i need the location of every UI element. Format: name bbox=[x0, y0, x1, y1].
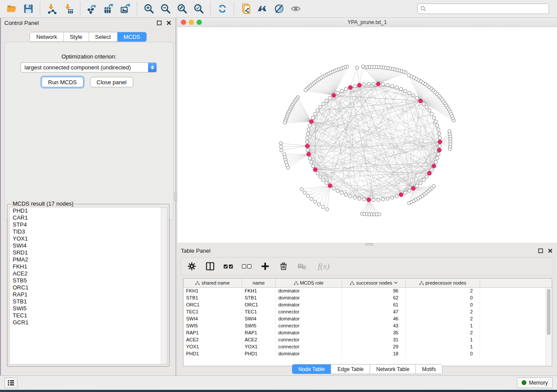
table-cell[interactable]: 62 bbox=[342, 295, 406, 302]
table-cell[interactable]: STB1 bbox=[183, 295, 242, 302]
mcds-result-item[interactable]: PHD1 bbox=[10, 207, 167, 214]
table-cell[interactable]: TEC1 bbox=[183, 309, 242, 316]
mcds-result-item[interactable]: TEC1 bbox=[10, 312, 167, 319]
network-node[interactable] bbox=[430, 112, 434, 116]
network-node[interactable] bbox=[422, 102, 426, 106]
table-cell[interactable]: 2 bbox=[406, 288, 480, 295]
tab-style[interactable]: Style bbox=[64, 32, 89, 41]
table-row[interactable]: RAP1RAP1dominator352 bbox=[183, 330, 552, 337]
network-node[interactable] bbox=[438, 132, 441, 135]
network-mcds-node[interactable] bbox=[309, 120, 313, 124]
network-mcds-node[interactable] bbox=[438, 140, 442, 144]
table-cell[interactable]: RAP1 bbox=[183, 330, 242, 337]
column-header[interactable]: name bbox=[242, 279, 276, 287]
table-cell[interactable]: dominator bbox=[276, 316, 342, 323]
table-cell[interactable]: ORC1 bbox=[183, 302, 242, 309]
network-node[interactable] bbox=[386, 83, 389, 87]
network-node[interactable] bbox=[404, 89, 407, 93]
network-mcds-node[interactable] bbox=[432, 164, 436, 168]
search-input[interactable] bbox=[426, 5, 546, 12]
network-node[interactable] bbox=[436, 157, 439, 160]
network-node[interactable] bbox=[316, 172, 319, 175]
network-node[interactable] bbox=[395, 86, 398, 89]
table-cell[interactable]: 2 bbox=[406, 309, 480, 316]
tab-network[interactable]: Network bbox=[30, 32, 64, 41]
network-node[interactable] bbox=[404, 191, 407, 195]
network-node[interactable] bbox=[306, 136, 309, 140]
network-mcds-node[interactable] bbox=[332, 93, 336, 97]
network-node[interactable] bbox=[340, 89, 343, 93]
zoom-selected-icon[interactable] bbox=[190, 1, 207, 16]
network-mcds-node[interactable] bbox=[307, 152, 311, 156]
network-node[interactable] bbox=[391, 196, 394, 199]
network-node[interactable] bbox=[325, 181, 329, 185]
table-cell[interactable]: STB1 bbox=[242, 295, 276, 302]
network-node[interactable] bbox=[353, 85, 356, 88]
mcds-list-scrollbar[interactable] bbox=[161, 207, 167, 364]
network-node[interactable] bbox=[305, 140, 309, 144]
network-mcds-node[interactable] bbox=[399, 193, 403, 196]
deselect-all-checkboxes-icon[interactable] bbox=[242, 261, 252, 272]
mcds-result-item[interactable]: SRD1 bbox=[10, 249, 167, 256]
network-satellite-node[interactable] bbox=[310, 197, 313, 201]
table-cell[interactable]: 1 bbox=[406, 323, 480, 330]
mcds-result-item[interactable]: STP4 bbox=[10, 221, 167, 228]
network-node[interactable] bbox=[415, 184, 419, 188]
import-network-icon[interactable] bbox=[44, 1, 60, 16]
network-node[interactable] bbox=[311, 164, 315, 168]
table-cell[interactable]: 0 bbox=[406, 295, 480, 302]
network-satellite-node[interactable] bbox=[314, 200, 317, 203]
network-satellite-node[interactable] bbox=[283, 121, 287, 124]
table-cell[interactable]: SWI4 bbox=[242, 316, 276, 323]
table-cell[interactable]: 46 bbox=[342, 316, 406, 323]
table-cell[interactable]: dominator bbox=[276, 330, 342, 337]
network-satellite-node[interactable] bbox=[279, 141, 283, 145]
network-mcds-node[interactable] bbox=[348, 86, 352, 89]
network-satellite-node[interactable] bbox=[325, 208, 329, 211]
column-header[interactable]: successor nodes bbox=[342, 279, 406, 287]
zoom-in-icon[interactable] bbox=[141, 1, 157, 16]
network-node[interactable] bbox=[349, 195, 352, 198]
network-node[interactable] bbox=[310, 161, 313, 164]
table-row[interactable]: FKH1FKH1dominator962 bbox=[183, 288, 552, 295]
network-node[interactable] bbox=[372, 82, 375, 86]
table-row[interactable]: ACE2ACE2connector311 bbox=[183, 337, 552, 344]
network-node[interactable] bbox=[419, 181, 422, 185]
table-cell[interactable]: 96 bbox=[342, 288, 406, 295]
network-node[interactable] bbox=[308, 157, 311, 160]
table-cell[interactable]: dominator bbox=[276, 295, 342, 302]
table-cell[interactable]: PHD1 bbox=[183, 351, 242, 358]
network-node[interactable] bbox=[408, 91, 411, 95]
mcds-result-item[interactable]: STB1 bbox=[10, 298, 167, 305]
export-network-icon[interactable] bbox=[84, 1, 100, 16]
network-node[interactable] bbox=[428, 109, 431, 112]
network-satellite-node[interactable] bbox=[280, 149, 283, 152]
close-panel-icon[interactable] bbox=[165, 20, 172, 27]
table-cell[interactable]: SWI4 bbox=[183, 316, 242, 323]
column-header[interactable]: shared name bbox=[183, 279, 242, 287]
network-node[interactable] bbox=[425, 175, 429, 179]
network-node[interactable] bbox=[311, 116, 315, 120]
network-node[interactable] bbox=[434, 120, 438, 124]
network-node[interactable] bbox=[314, 112, 317, 116]
network-mcds-node[interactable] bbox=[313, 168, 317, 172]
tab-network-table[interactable]: Network Table bbox=[370, 364, 416, 374]
table-cell[interactable]: 18 bbox=[342, 351, 406, 358]
table-row[interactable]: SWI4SWI4dominator462 bbox=[183, 316, 552, 323]
table-cell[interactable]: dominator bbox=[276, 351, 342, 358]
mcds-result-item[interactable]: ACE2 bbox=[10, 270, 167, 277]
mcds-result-item[interactable]: FKH1 bbox=[10, 263, 167, 270]
network-node[interactable] bbox=[325, 99, 329, 103]
column-selector-icon[interactable] bbox=[205, 261, 215, 272]
network-mcds-node[interactable] bbox=[328, 184, 332, 188]
table-cell[interactable]: ORC1 bbox=[242, 302, 276, 309]
horizontal-splitter[interactable] bbox=[177, 243, 557, 246]
memory-button[interactable]: Memory bbox=[517, 377, 553, 388]
network-mcds-node[interactable] bbox=[357, 83, 361, 87]
table-cell[interactable]: dominator bbox=[276, 288, 342, 295]
network-node[interactable] bbox=[329, 96, 332, 100]
network-satellite-node[interactable] bbox=[448, 130, 451, 133]
network-node[interactable] bbox=[318, 175, 322, 179]
network-canvas[interactable] bbox=[177, 27, 557, 243]
table-cell[interactable]: FKH1 bbox=[242, 288, 276, 295]
